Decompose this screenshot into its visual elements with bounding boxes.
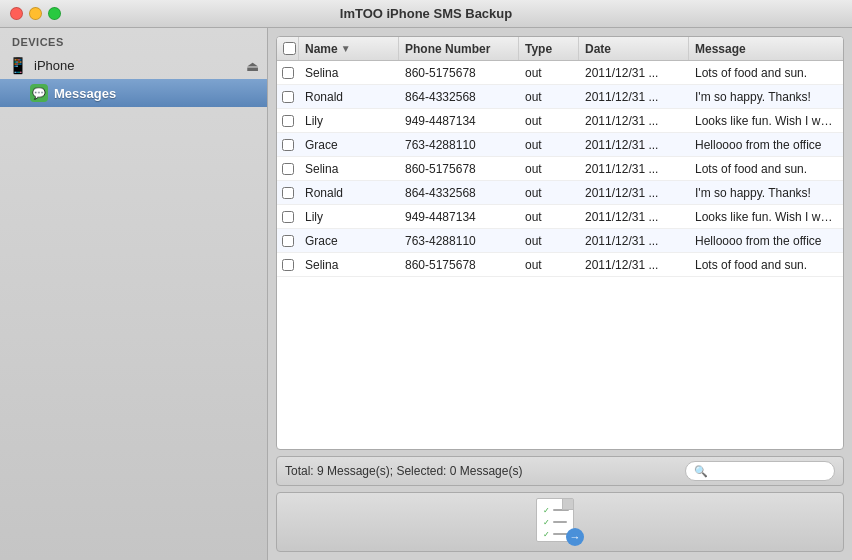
row-message: Looks like fun. Wish I was th... — [689, 207, 843, 227]
row-checkbox-cell[interactable] — [277, 112, 299, 130]
row-phone: 860-5175678 — [399, 159, 519, 179]
table-row[interactable]: Ronald 864-4332568 out 2011/12/31 ... I'… — [277, 181, 843, 205]
row-phone: 763-4288110 — [399, 135, 519, 155]
search-icon: 🔍 — [694, 465, 708, 478]
row-message: I'm so happy. Thanks! — [689, 87, 843, 107]
maximize-button[interactable] — [48, 7, 61, 20]
row-checkbox[interactable] — [282, 67, 294, 79]
row-type: out — [519, 159, 579, 179]
row-date: 2011/12/31 ... — [579, 159, 689, 179]
traffic-lights — [10, 7, 61, 20]
bottom-bar: Total: 9 Message(s); Selected: 0 Message… — [276, 456, 844, 486]
row-message: Lots of food and sun. — [689, 255, 843, 275]
row-message: Helloooo from the office — [689, 135, 843, 155]
th-date[interactable]: Date — [579, 37, 689, 60]
row-phone: 949-4487134 — [399, 111, 519, 131]
sidebar-item-iphone[interactable]: 📱 iPhone ⏏ — [0, 52, 267, 79]
table-header: Name ▼ Phone Number Type Date Message — [277, 37, 843, 61]
row-phone: 949-4487134 — [399, 207, 519, 227]
minimize-button[interactable] — [29, 7, 42, 20]
close-button[interactable] — [10, 7, 23, 20]
row-message: I'm so happy. Thanks! — [689, 183, 843, 203]
titlebar: ImTOO iPhone SMS Backup — [0, 0, 852, 28]
row-message: Helloooo from the office — [689, 231, 843, 251]
sidebar-item-messages[interactable]: 💬 Messages — [0, 79, 267, 107]
row-type: out — [519, 135, 579, 155]
row-checkbox-cell[interactable] — [277, 184, 299, 202]
row-date: 2011/12/31 ... — [579, 111, 689, 131]
row-phone: 864-4332568 — [399, 183, 519, 203]
row-message: Lots of food and sun. — [689, 159, 843, 179]
row-phone: 763-4288110 — [399, 231, 519, 251]
table-row[interactable]: Lily 949-4487134 out 2011/12/31 ... Look… — [277, 109, 843, 133]
table-row[interactable]: Selina 860-5175678 out 2011/12/31 ... Lo… — [277, 157, 843, 181]
row-checkbox[interactable] — [282, 139, 294, 151]
th-name[interactable]: Name ▼ — [299, 37, 399, 60]
row-type: out — [519, 207, 579, 227]
row-checkbox[interactable] — [282, 211, 294, 223]
th-message[interactable]: Message — [689, 37, 843, 60]
row-name: Grace — [299, 135, 399, 155]
select-all-checkbox[interactable] — [283, 42, 296, 55]
messages-table-container: Name ▼ Phone Number Type Date Message — [276, 36, 844, 450]
row-checkbox[interactable] — [282, 91, 294, 103]
search-box[interactable]: 🔍 — [685, 461, 835, 481]
export-arrow-icon: → — [566, 528, 584, 546]
row-type: out — [519, 231, 579, 251]
iphone-icon: 📱 — [8, 56, 28, 75]
messages-bubble-icon: 💬 — [30, 84, 48, 102]
search-input[interactable] — [712, 464, 826, 478]
row-checkbox[interactable] — [282, 187, 294, 199]
table-row[interactable]: Grace 763-4288110 out 2011/12/31 ... Hel… — [277, 229, 843, 253]
row-checkbox-cell[interactable] — [277, 256, 299, 274]
row-phone: 860-5175678 — [399, 255, 519, 275]
row-phone: 864-4332568 — [399, 87, 519, 107]
row-checkbox[interactable] — [282, 115, 294, 127]
row-name: Selina — [299, 159, 399, 179]
iphone-label: iPhone — [34, 58, 240, 73]
table-row[interactable]: Selina 860-5175678 out 2011/12/31 ... Lo… — [277, 253, 843, 277]
content-area: Name ▼ Phone Number Type Date Message — [268, 28, 852, 560]
row-date: 2011/12/31 ... — [579, 87, 689, 107]
row-type: out — [519, 87, 579, 107]
sidebar-section-header: Devices — [0, 28, 267, 52]
sidebar: Devices 📱 iPhone ⏏ 💬 Messages — [0, 28, 268, 560]
row-name: Ronald — [299, 87, 399, 107]
row-message: Lots of food and sun. — [689, 63, 843, 83]
row-checkbox-cell[interactable] — [277, 160, 299, 178]
th-phone[interactable]: Phone Number — [399, 37, 519, 60]
table-row[interactable]: Ronald 864-4332568 out 2011/12/31 ... I'… — [277, 85, 843, 109]
row-date: 2011/12/31 ... — [579, 63, 689, 83]
row-message: Looks like fun. Wish I was th... — [689, 111, 843, 131]
row-checkbox-cell[interactable] — [277, 88, 299, 106]
row-checkbox-cell[interactable] — [277, 136, 299, 154]
window-title: ImTOO iPhone SMS Backup — [340, 6, 512, 21]
row-date: 2011/12/31 ... — [579, 231, 689, 251]
row-checkbox-cell[interactable] — [277, 208, 299, 226]
row-name: Ronald — [299, 183, 399, 203]
row-date: 2011/12/31 ... — [579, 135, 689, 155]
messages-label: Messages — [54, 86, 116, 101]
row-name: Lily — [299, 111, 399, 131]
table-body: Selina 860-5175678 out 2011/12/31 ... Lo… — [277, 61, 843, 449]
table-row[interactable]: Grace 763-4288110 out 2011/12/31 ... Hel… — [277, 133, 843, 157]
row-checkbox-cell[interactable] — [277, 64, 299, 82]
row-checkbox[interactable] — [282, 163, 294, 175]
table-row[interactable]: Selina 860-5175678 out 2011/12/31 ... Lo… — [277, 61, 843, 85]
th-checkbox[interactable] — [277, 37, 299, 60]
table-row[interactable]: Lily 949-4487134 out 2011/12/31 ... Look… — [277, 205, 843, 229]
row-type: out — [519, 63, 579, 83]
eject-icon[interactable]: ⏏ — [246, 58, 259, 74]
row-name: Selina — [299, 255, 399, 275]
row-checkbox[interactable] — [282, 235, 294, 247]
row-checkbox-cell[interactable] — [277, 232, 299, 250]
row-type: out — [519, 111, 579, 131]
row-date: 2011/12/31 ... — [579, 183, 689, 203]
row-type: out — [519, 255, 579, 275]
row-phone: 860-5175678 — [399, 63, 519, 83]
sort-arrow-icon: ▼ — [341, 43, 351, 54]
row-date: 2011/12/31 ... — [579, 207, 689, 227]
row-checkbox[interactable] — [282, 259, 294, 271]
th-type[interactable]: Type — [519, 37, 579, 60]
export-button[interactable]: ✓ ✓ ✓ → — [536, 498, 584, 546]
